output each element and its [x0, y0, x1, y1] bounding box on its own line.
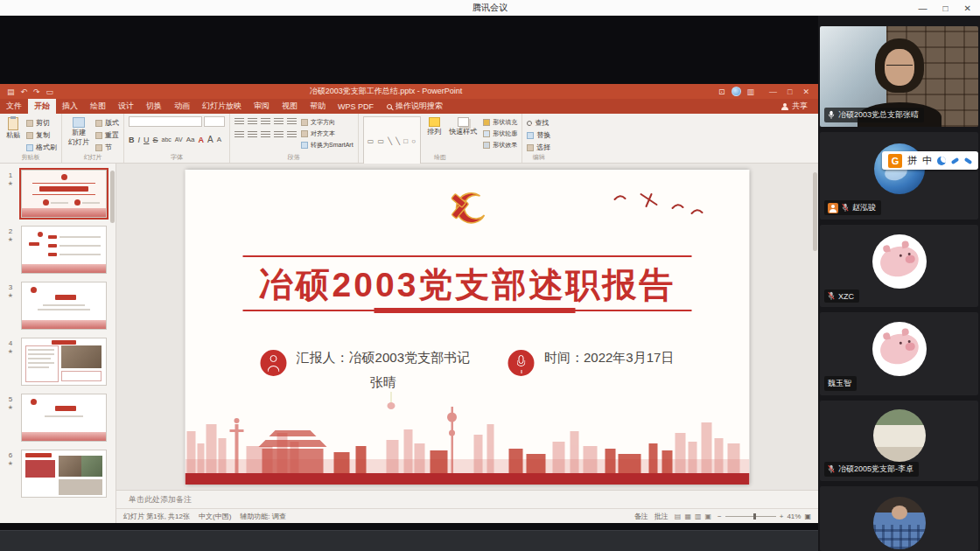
zoom-slider[interactable]	[725, 516, 776, 517]
bullets-icon[interactable]	[234, 118, 244, 126]
ribbon-display-options-icon[interactable]: ▥	[747, 87, 755, 96]
character-spacing-button[interactable]: AV	[175, 136, 183, 143]
ime-pen-icon[interactable]	[951, 157, 960, 164]
shape-outline-button[interactable]: 形状轮廓	[483, 129, 517, 138]
zoom-percentage[interactable]: 41%	[787, 513, 801, 520]
tab-slideshow[interactable]: 幻灯片放映	[196, 99, 248, 114]
participant-video-tile[interactable]	[820, 486, 978, 551]
slide-title[interactable]: 冶硕2003党支部述职报告	[186, 262, 750, 309]
tab-animations[interactable]: 动画	[168, 99, 196, 114]
line-spacing-icon[interactable]	[287, 118, 297, 126]
indent-decrease-icon[interactable]	[261, 118, 270, 126]
accessibility-status[interactable]: 辅助功能: 调查	[240, 512, 285, 521]
numbering-icon[interactable]	[248, 118, 257, 126]
presenter-display-icon[interactable]: ⊡	[718, 87, 725, 96]
align-left-icon[interactable]	[234, 131, 244, 139]
normal-view-icon[interactable]: ▤	[675, 513, 682, 520]
ime-toolbar[interactable]: G 拼 中	[882, 151, 978, 170]
tab-draw[interactable]: 绘图	[84, 99, 112, 114]
underline-button[interactable]: U	[144, 136, 150, 144]
slide-thumbnail[interactable]	[21, 170, 107, 218]
tell-me-search[interactable]: 操作说明搜索	[380, 99, 450, 114]
find-button[interactable]: 查找	[527, 118, 550, 128]
slide-canvas[interactable]: 冶硕2003党支部述职报告 汇报人：冶硕2003党支部书记 张晴	[116, 164, 818, 490]
save-icon[interactable]: ▤	[7, 87, 15, 96]
arrange-button[interactable]: 排列	[425, 116, 443, 137]
account-avatar[interactable]	[732, 87, 741, 96]
undo-icon[interactable]: ↶	[21, 87, 28, 96]
tab-file[interactable]: 文件	[0, 99, 28, 114]
bold-button[interactable]: B	[129, 136, 135, 144]
change-case-button[interactable]: Aa	[186, 136, 195, 143]
slide-1[interactable]: 冶硕2003党支部述职报告 汇报人：冶硕2003党支部书记 张晴	[186, 170, 750, 485]
tab-wps-pdf[interactable]: WPS PDF	[332, 99, 380, 114]
justify-icon[interactable]	[274, 131, 284, 139]
thumbnail-scrollbar[interactable]	[110, 171, 115, 223]
font-size-box[interactable]	[204, 116, 225, 127]
canvas-scrollbar[interactable]	[813, 172, 817, 251]
reading-view-icon[interactable]: ▥	[695, 513, 702, 520]
zoom-out-button[interactable]: −	[718, 513, 722, 520]
participant-video-tile[interactable]: 魏玉智	[820, 312, 978, 395]
ppt-maximize-button[interactable]: □	[782, 87, 797, 96]
notes-pane[interactable]: 单击此处添加备注	[116, 490, 818, 508]
align-right-icon[interactable]	[261, 131, 270, 139]
paste-button[interactable]: 粘贴	[4, 116, 22, 141]
comments-toggle-button[interactable]: 批注	[654, 512, 668, 521]
maximize-button[interactable]: □	[943, 3, 948, 13]
redo-icon[interactable]: ↷	[33, 87, 40, 96]
ime-wrench-icon[interactable]	[964, 157, 973, 164]
ppt-minimize-button[interactable]: —	[764, 87, 782, 96]
convert-smartart-button[interactable]: 转换为SmartArt	[301, 141, 354, 150]
tab-help[interactable]: 帮助	[304, 99, 332, 114]
tab-home[interactable]: 开始	[28, 99, 56, 114]
time-info[interactable]: 时间：2022年3月17日	[508, 350, 674, 391]
columns-icon[interactable]	[287, 131, 297, 139]
participant-video-tile[interactable]: 冶硕2005党支部-李卓	[820, 401, 978, 481]
zoom-in-button[interactable]: +	[780, 513, 784, 520]
section-button[interactable]: 节	[95, 143, 119, 152]
thumbnail-item-3[interactable]: 3★	[0, 282, 110, 330]
thumbnail-item-6[interactable]: 6★	[0, 450, 110, 498]
grow-font-button[interactable]: A	[207, 135, 214, 144]
text-direction-button[interactable]: 文字方向	[301, 118, 354, 127]
new-slide-button[interactable]: 新建 幻灯片	[66, 116, 91, 148]
slideshow-icon[interactable]: ▭	[46, 87, 54, 96]
slide-sorter-view-icon[interactable]: ▦	[684, 513, 691, 520]
participant-video-tile[interactable]: G 拼 中 赵泓骏	[820, 132, 978, 220]
participant-video-tile[interactable]: 冶硕2003党总支部张晴	[820, 26, 978, 127]
close-button[interactable]: ✕	[964, 3, 971, 13]
font-color-button[interactable]: A	[198, 136, 204, 144]
fit-slide-button[interactable]: ▣	[804, 513, 811, 520]
zoom-slider-thumb[interactable]	[753, 513, 756, 520]
shape-effects-button[interactable]: 形状效果	[483, 141, 517, 150]
align-center-icon[interactable]	[248, 131, 257, 139]
slide-thumbnail[interactable]	[21, 282, 107, 330]
align-text-button[interactable]: 对齐文本	[301, 129, 354, 138]
font-name-box[interactable]	[129, 116, 202, 127]
slide-thumbnail[interactable]	[21, 226, 107, 274]
ppt-close-button[interactable]: ✕	[797, 87, 815, 96]
format-painter-button[interactable]: 格式刷	[26, 143, 57, 152]
thumbnail-item-5[interactable]: 5★	[0, 394, 110, 442]
replace-button[interactable]: 替换	[527, 130, 550, 140]
thumbnail-item-2[interactable]: 2★	[0, 226, 110, 274]
cut-button[interactable]: 剪切	[26, 118, 57, 128]
thumbnail-item-4[interactable]: 4★	[0, 338, 110, 386]
tab-view[interactable]: 视图	[276, 99, 304, 114]
tab-review[interactable]: 审阅	[248, 99, 276, 114]
italic-button[interactable]: I	[138, 136, 141, 144]
slide-thumbnail[interactable]	[21, 338, 107, 386]
tab-design[interactable]: 设计	[112, 99, 140, 114]
share-button[interactable]: 共享	[771, 99, 818, 114]
thumbnail-item-1[interactable]: 1★	[0, 170, 110, 218]
reset-button[interactable]: 重置	[95, 130, 119, 140]
slide-thumbnail[interactable]	[21, 450, 107, 498]
layout-button[interactable]: 版式	[95, 118, 119, 128]
strikethrough-button[interactable]: S	[153, 136, 158, 144]
language-indicator[interactable]: 中文(中国)	[199, 512, 231, 521]
slideshow-view-icon[interactable]: ▣	[705, 513, 712, 520]
select-button[interactable]: 选择	[527, 143, 550, 152]
notes-toggle-button[interactable]: 备注	[634, 512, 648, 521]
text-shadow-button[interactable]: abc	[162, 136, 172, 143]
